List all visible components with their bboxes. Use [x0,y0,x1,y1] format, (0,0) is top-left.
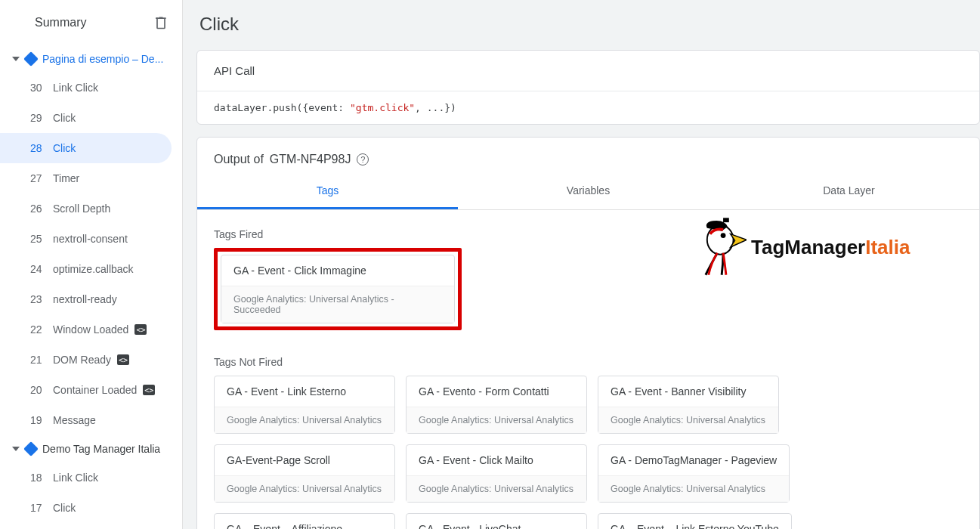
tags-fired-highlight: GA - Event - Click ImmagineGoogle Analyt… [214,248,462,330]
tag-card-title: GA - Event - LiveChat [407,514,586,529]
tag-card-title: GA – Event – Link Esterno YouTube [598,514,791,529]
event-name: nextroll-ready [53,293,117,305]
event-name: Message [53,414,96,426]
tags-not-fired-grid: GA - Event - Link EsternoGoogle Analytic… [197,376,979,529]
event-row[interactable]: 19Message [0,405,172,435]
caret-down-icon [12,55,20,63]
event-group-label: Pagina di esempio – De... [42,53,175,65]
event-name: nextroll-consent [53,233,128,245]
tag-card-subtitle: Google Analytics: Universal Analytics [598,475,789,502]
api-code-prefix: dataLayer.push({event: [214,102,350,113]
clear-events-icon[interactable] [152,14,170,32]
event-name: Window Loaded [53,323,128,336]
output-container-id: GTM-NF4P98J [270,153,351,166]
event-number: 23 [30,293,47,305]
tag-card[interactable]: GA - Event - Click ImmagineGoogle Analyt… [221,255,455,323]
event-group-header[interactable]: Pagina di esempio – De... [0,45,182,73]
tag-card-title: GA - Event - Click Mailto [407,445,586,475]
caret-down-icon [12,445,20,453]
output-card: Output of GTM-NF4P98J ? TagsVariablesDat… [196,137,980,529]
tab-variables[interactable]: Variables [458,174,719,209]
api-code-suffix: , ...}) [415,102,456,113]
tag-card-subtitle: Google Analytics: Universal Analytics - … [221,286,454,323]
event-row[interactable]: 17Click [0,493,172,523]
tag-card[interactable]: GA – Event – Link Esterno YouTubeGoogle … [598,513,792,529]
event-row[interactable]: 30Link Click [0,73,172,103]
tag-card-subtitle: Google Analytics: Universal Analytics [407,407,586,433]
event-name: Container Loaded [53,384,137,396]
event-name: Timer [53,172,79,184]
event-row[interactable]: 28Click [0,133,172,163]
svg-marker-2 [12,447,20,451]
event-row[interactable]: 29Click [0,103,172,133]
event-row[interactable]: 27Timer [0,163,172,193]
tag-card-title: GA – Event – Affiliazione [215,514,394,529]
svg-rect-0 [156,17,158,19]
sidebar-title: Summary [35,16,86,29]
event-number: 28 [30,142,47,154]
api-call-card: API Call dataLayer.push({event: "gtm.cli… [196,50,980,125]
event-group-header[interactable]: Demo Tag Manager Italia [0,435,182,462]
tag-card-title: GA - Event - Click Immagine [221,255,454,286]
tags-fired-grid: GA - Event - Click ImmagineGoogle Analyt… [197,248,979,338]
page-title: Click [196,0,980,50]
event-name: Click [53,112,76,124]
tag-card-title: GA-Event-Page Scroll [215,445,394,475]
sidebar-header: Summary [0,0,182,45]
event-name: Click [53,502,76,514]
event-row[interactable]: 18Link Click [0,462,172,493]
event-number: 29 [30,112,47,124]
output-header-prefix: Output of [214,153,264,166]
tag-card[interactable]: GA - Event - Click MailtoGoogle Analytic… [406,444,587,503]
event-number: 17 [30,502,47,514]
event-row[interactable]: 22Window Loaded<> [0,314,172,345]
api-call-body: dataLayer.push({event: "gtm.click", ...}… [197,91,979,124]
help-icon[interactable]: ? [357,153,369,166]
event-row[interactable]: 26Scroll Depth [0,193,172,224]
event-number: 27 [30,172,47,184]
event-name: Link Click [53,82,98,94]
event-name: Click [53,142,76,154]
event-row[interactable]: 21DOM Ready<> [0,345,172,375]
tag-card-title: GA - Event - Banner Visibility [598,376,778,407]
tag-card-subtitle: Google Analytics: Universal Analytics [598,407,778,433]
code-badge-icon: <> [143,385,155,395]
tag-card[interactable]: GA-Event-Page ScrollGoogle Analytics: Un… [214,444,395,503]
event-row[interactable]: 23nextroll-ready [0,284,172,314]
event-number: 20 [30,384,47,396]
tags-fired-label: Tags Fired [197,210,979,248]
event-number: 26 [30,203,47,215]
event-group-label: Demo Tag Manager Italia [42,443,175,455]
tag-card-subtitle: Google Analytics: Universal Analytics [407,475,586,502]
event-row[interactable]: 25nextroll-consent [0,224,172,254]
tag-card-title: GA - Event - Link Esterno [215,376,394,407]
event-number: 18 [30,472,47,484]
tag-card[interactable]: GA - DemoTagManager - PageviewGoogle Ana… [598,444,790,503]
tab-tags[interactable]: Tags [197,174,458,209]
tag-card-subtitle: Google Analytics: Universal Analytics [215,407,394,433]
event-number: 22 [30,323,47,336]
output-header: Output of GTM-NF4P98J ? [197,138,979,174]
event-name: Scroll Depth [53,203,110,215]
event-row[interactable]: 24optimize.callback [0,254,172,284]
event-number: 21 [30,354,47,366]
event-number: 25 [30,233,47,245]
tag-card[interactable]: GA - Event - Link EsternoGoogle Analytic… [214,376,395,434]
api-call-header: API Call [197,51,979,91]
code-badge-icon: <> [134,324,147,335]
code-badge-icon: <> [117,354,129,365]
svg-marker-1 [12,57,20,61]
event-row[interactable]: 20Container Loaded<> [0,375,172,405]
event-name: Link Click [53,472,98,484]
event-name: DOM Ready [53,354,111,366]
tag-card[interactable]: GA - Evento - Form ContattiGoogle Analyt… [406,376,587,434]
tag-card[interactable]: GA - Event - Banner VisibilityGoogle Ana… [598,376,779,434]
event-number: 24 [30,263,47,275]
tag-card-subtitle: Google Analytics: Universal Analytics [215,475,394,502]
sidebar: Summary Pagina di esempio – De...30Link … [0,0,183,529]
event-number: 19 [30,414,47,426]
tag-card[interactable]: GA – Event – AffiliazioneGoogle Analytic… [214,513,395,529]
tag-card[interactable]: GA - Event - LiveChatGoogle Analytics: U… [406,513,587,529]
api-code-string: "gtm.click" [350,102,415,113]
tab-data-layer[interactable]: Data Layer [719,174,979,209]
